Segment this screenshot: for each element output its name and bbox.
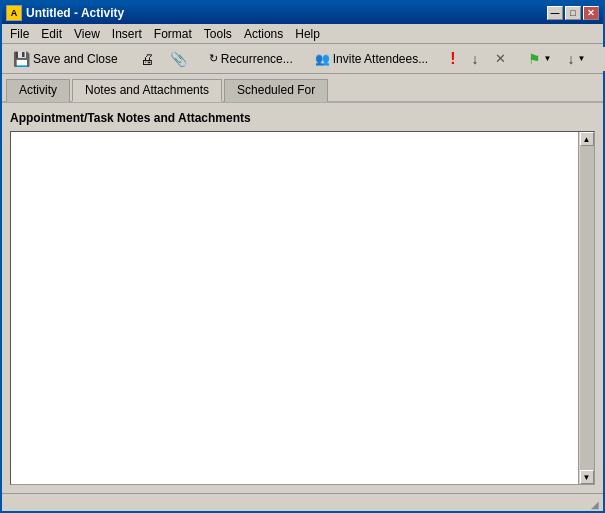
vertical-scrollbar: ▲ ▼ bbox=[578, 132, 594, 484]
flag-up-button[interactable]: ⚑ ▼ bbox=[521, 47, 559, 71]
menu-bar: File Edit View Insert Format Tools Actio… bbox=[2, 24, 603, 44]
down-arrow-dropdown-icon: ▼ bbox=[577, 54, 585, 63]
save-close-button[interactable]: 💾 Save and Close bbox=[6, 47, 125, 71]
menu-actions[interactable]: Actions bbox=[238, 24, 289, 43]
scroll-down-icon: ▼ bbox=[583, 473, 591, 482]
recurrence-label: Recurrence... bbox=[221, 52, 293, 66]
attach-button[interactable]: 📎 bbox=[163, 47, 194, 71]
flag-dropdown-icon: ▼ bbox=[544, 54, 552, 63]
invite-label: Invite Attendees... bbox=[333, 52, 428, 66]
menu-file[interactable]: File bbox=[4, 24, 35, 43]
menu-help[interactable]: Help bbox=[289, 24, 326, 43]
tab-notes-attachments[interactable]: Notes and Attachments bbox=[72, 79, 222, 102]
scroll-up-icon: ▲ bbox=[583, 135, 591, 144]
window-icon: A bbox=[6, 5, 22, 21]
window-title: Untitled - Activity bbox=[26, 6, 547, 20]
notes-text-area[interactable] bbox=[11, 132, 578, 484]
delete-button[interactable]: ✕ bbox=[488, 47, 513, 71]
importance-high-button[interactable]: ! bbox=[443, 47, 462, 71]
status-bar: ◢ bbox=[2, 493, 603, 511]
content-area: Appointment/Task Notes and Attachments ▲… bbox=[2, 103, 603, 493]
help-button[interactable]: ? ▼ bbox=[600, 47, 605, 71]
tab-scheduled-for[interactable]: Scheduled For bbox=[224, 79, 328, 102]
tabs-bar: Activity Notes and Attachments Scheduled… bbox=[2, 74, 603, 103]
invite-attendees-button[interactable]: 👥 Invite Attendees... bbox=[308, 47, 435, 71]
exclamation-icon: ! bbox=[450, 50, 455, 68]
flag-up-icon: ⚑ bbox=[528, 51, 541, 67]
menu-tools[interactable]: Tools bbox=[198, 24, 238, 43]
title-bar: A Untitled - Activity — □ ✕ bbox=[2, 2, 603, 24]
menu-insert[interactable]: Insert bbox=[106, 24, 148, 43]
maximize-button[interactable]: □ bbox=[565, 6, 581, 20]
main-window: A Untitled - Activity — □ ✕ File Edit Vi… bbox=[0, 0, 605, 513]
paperclip-icon: 📎 bbox=[170, 51, 187, 67]
print-icon: 🖨 bbox=[140, 51, 154, 67]
toolbar: 💾 Save and Close 🖨 📎 ↻ Recurrence... 👥 I… bbox=[2, 44, 603, 74]
arrow-down-icon: ↓ bbox=[472, 51, 479, 67]
print-button[interactable]: 🖨 bbox=[133, 47, 161, 71]
minimize-button[interactable]: — bbox=[547, 6, 563, 20]
close-button[interactable]: ✕ bbox=[583, 6, 599, 20]
save-icon: 💾 bbox=[13, 51, 30, 67]
title-bar-buttons: — □ ✕ bbox=[547, 6, 599, 20]
notes-area: ▲ ▼ bbox=[10, 131, 595, 485]
importance-low-button[interactable]: ↓ bbox=[465, 47, 486, 71]
down-arrow-icon: ↓ bbox=[567, 51, 574, 67]
invite-icon: 👥 bbox=[315, 52, 330, 66]
recurrence-icon: ↻ bbox=[209, 52, 218, 65]
scroll-down-button[interactable]: ▼ bbox=[580, 470, 594, 484]
menu-format[interactable]: Format bbox=[148, 24, 198, 43]
flag-down-button[interactable]: ↓ ▼ bbox=[560, 47, 592, 71]
scroll-up-button[interactable]: ▲ bbox=[580, 132, 594, 146]
section-title: Appointment/Task Notes and Attachments bbox=[10, 111, 595, 125]
tab-activity[interactable]: Activity bbox=[6, 79, 70, 102]
resize-grip[interactable]: ◢ bbox=[585, 496, 599, 510]
menu-edit[interactable]: Edit bbox=[35, 24, 68, 43]
save-close-label: Save and Close bbox=[33, 52, 118, 66]
scrollbar-track[interactable] bbox=[580, 146, 594, 470]
delete-icon: ✕ bbox=[495, 51, 506, 66]
recurrence-button[interactable]: ↻ Recurrence... bbox=[202, 47, 300, 71]
menu-view[interactable]: View bbox=[68, 24, 106, 43]
